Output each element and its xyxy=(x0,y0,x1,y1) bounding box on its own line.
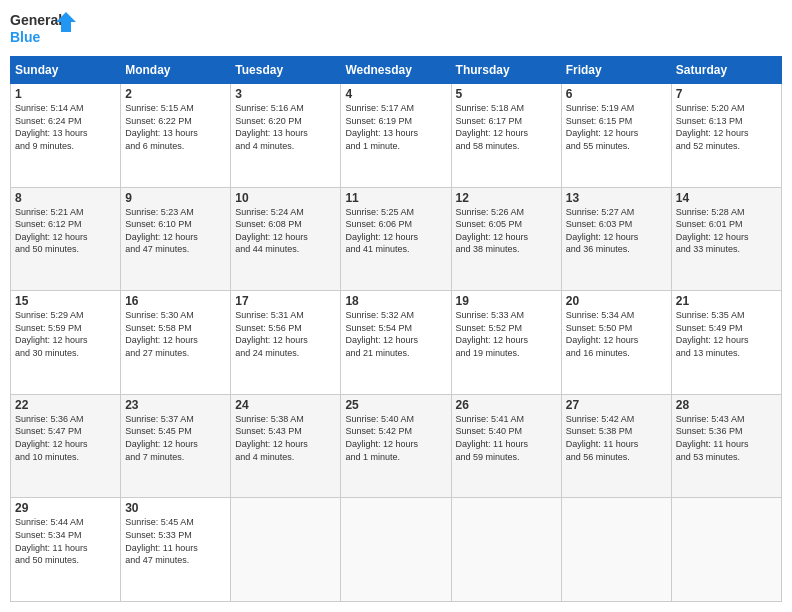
day-info: Sunrise: 5:26 AMSunset: 6:05 PMDaylight:… xyxy=(456,206,557,256)
calendar-header-wednesday: Wednesday xyxy=(341,57,451,84)
day-info: Sunrise: 5:31 AMSunset: 5:56 PMDaylight:… xyxy=(235,309,336,359)
day-info: Sunrise: 5:14 AMSunset: 6:24 PMDaylight:… xyxy=(15,102,116,152)
day-info: Sunrise: 5:18 AMSunset: 6:17 PMDaylight:… xyxy=(456,102,557,152)
day-info: Sunrise: 5:16 AMSunset: 6:20 PMDaylight:… xyxy=(235,102,336,152)
day-info: Sunrise: 5:42 AMSunset: 5:38 PMDaylight:… xyxy=(566,413,667,463)
day-info: Sunrise: 5:40 AMSunset: 5:42 PMDaylight:… xyxy=(345,413,446,463)
calendar-empty xyxy=(231,498,341,602)
day-number: 3 xyxy=(235,87,336,101)
calendar-header-sunday: Sunday xyxy=(11,57,121,84)
day-info: Sunrise: 5:21 AMSunset: 6:12 PMDaylight:… xyxy=(15,206,116,256)
day-info: Sunrise: 5:19 AMSunset: 6:15 PMDaylight:… xyxy=(566,102,667,152)
day-info: Sunrise: 5:15 AMSunset: 6:22 PMDaylight:… xyxy=(125,102,226,152)
day-info: Sunrise: 5:35 AMSunset: 5:49 PMDaylight:… xyxy=(676,309,777,359)
calendar-day-4: 4Sunrise: 5:17 AMSunset: 6:19 PMDaylight… xyxy=(341,84,451,188)
calendar-header-row: SundayMondayTuesdayWednesdayThursdayFrid… xyxy=(11,57,782,84)
calendar-day-19: 19Sunrise: 5:33 AMSunset: 5:52 PMDayligh… xyxy=(451,291,561,395)
day-number: 8 xyxy=(15,191,116,205)
day-number: 23 xyxy=(125,398,226,412)
calendar-day-3: 3Sunrise: 5:16 AMSunset: 6:20 PMDaylight… xyxy=(231,84,341,188)
logo-icon: General Blue xyxy=(10,10,80,48)
day-number: 25 xyxy=(345,398,446,412)
calendar-header-tuesday: Tuesday xyxy=(231,57,341,84)
logo: General Blue xyxy=(10,10,80,48)
day-info: Sunrise: 5:43 AMSunset: 5:36 PMDaylight:… xyxy=(676,413,777,463)
day-info: Sunrise: 5:30 AMSunset: 5:58 PMDaylight:… xyxy=(125,309,226,359)
calendar-day-1: 1Sunrise: 5:14 AMSunset: 6:24 PMDaylight… xyxy=(11,84,121,188)
day-info: Sunrise: 5:44 AMSunset: 5:34 PMDaylight:… xyxy=(15,516,116,566)
calendar-day-17: 17Sunrise: 5:31 AMSunset: 5:56 PMDayligh… xyxy=(231,291,341,395)
calendar-day-22: 22Sunrise: 5:36 AMSunset: 5:47 PMDayligh… xyxy=(11,394,121,498)
calendar-day-16: 16Sunrise: 5:30 AMSunset: 5:58 PMDayligh… xyxy=(121,291,231,395)
calendar-day-25: 25Sunrise: 5:40 AMSunset: 5:42 PMDayligh… xyxy=(341,394,451,498)
calendar-day-11: 11Sunrise: 5:25 AMSunset: 6:06 PMDayligh… xyxy=(341,187,451,291)
calendar-header-friday: Friday xyxy=(561,57,671,84)
day-info: Sunrise: 5:27 AMSunset: 6:03 PMDaylight:… xyxy=(566,206,667,256)
day-number: 4 xyxy=(345,87,446,101)
day-info: Sunrise: 5:28 AMSunset: 6:01 PMDaylight:… xyxy=(676,206,777,256)
day-info: Sunrise: 5:29 AMSunset: 5:59 PMDaylight:… xyxy=(15,309,116,359)
day-info: Sunrise: 5:17 AMSunset: 6:19 PMDaylight:… xyxy=(345,102,446,152)
day-info: Sunrise: 5:25 AMSunset: 6:06 PMDaylight:… xyxy=(345,206,446,256)
svg-text:General: General xyxy=(10,12,62,28)
day-number: 12 xyxy=(456,191,557,205)
day-number: 22 xyxy=(15,398,116,412)
calendar-week-4: 22Sunrise: 5:36 AMSunset: 5:47 PMDayligh… xyxy=(11,394,782,498)
calendar-day-24: 24Sunrise: 5:38 AMSunset: 5:43 PMDayligh… xyxy=(231,394,341,498)
day-info: Sunrise: 5:37 AMSunset: 5:45 PMDaylight:… xyxy=(125,413,226,463)
day-number: 15 xyxy=(15,294,116,308)
day-number: 5 xyxy=(456,87,557,101)
calendar-day-18: 18Sunrise: 5:32 AMSunset: 5:54 PMDayligh… xyxy=(341,291,451,395)
calendar-day-13: 13Sunrise: 5:27 AMSunset: 6:03 PMDayligh… xyxy=(561,187,671,291)
day-number: 6 xyxy=(566,87,667,101)
calendar-day-30: 30Sunrise: 5:45 AMSunset: 5:33 PMDayligh… xyxy=(121,498,231,602)
calendar-day-2: 2Sunrise: 5:15 AMSunset: 6:22 PMDaylight… xyxy=(121,84,231,188)
calendar-empty xyxy=(671,498,781,602)
calendar-week-5: 29Sunrise: 5:44 AMSunset: 5:34 PMDayligh… xyxy=(11,498,782,602)
day-number: 16 xyxy=(125,294,226,308)
day-number: 9 xyxy=(125,191,226,205)
calendar-week-3: 15Sunrise: 5:29 AMSunset: 5:59 PMDayligh… xyxy=(11,291,782,395)
day-number: 19 xyxy=(456,294,557,308)
day-number: 28 xyxy=(676,398,777,412)
day-number: 11 xyxy=(345,191,446,205)
page: General Blue SundayMondayTuesdayWednesda… xyxy=(0,0,792,612)
calendar-header-monday: Monday xyxy=(121,57,231,84)
day-info: Sunrise: 5:41 AMSunset: 5:40 PMDaylight:… xyxy=(456,413,557,463)
calendar-day-7: 7Sunrise: 5:20 AMSunset: 6:13 PMDaylight… xyxy=(671,84,781,188)
calendar-day-28: 28Sunrise: 5:43 AMSunset: 5:36 PMDayligh… xyxy=(671,394,781,498)
day-number: 10 xyxy=(235,191,336,205)
calendar-week-2: 8Sunrise: 5:21 AMSunset: 6:12 PMDaylight… xyxy=(11,187,782,291)
day-info: Sunrise: 5:45 AMSunset: 5:33 PMDaylight:… xyxy=(125,516,226,566)
day-info: Sunrise: 5:38 AMSunset: 5:43 PMDaylight:… xyxy=(235,413,336,463)
calendar-day-21: 21Sunrise: 5:35 AMSunset: 5:49 PMDayligh… xyxy=(671,291,781,395)
header: General Blue xyxy=(10,10,782,48)
day-number: 2 xyxy=(125,87,226,101)
day-number: 29 xyxy=(15,501,116,515)
day-number: 14 xyxy=(676,191,777,205)
day-info: Sunrise: 5:33 AMSunset: 5:52 PMDaylight:… xyxy=(456,309,557,359)
day-info: Sunrise: 5:36 AMSunset: 5:47 PMDaylight:… xyxy=(15,413,116,463)
calendar-day-20: 20Sunrise: 5:34 AMSunset: 5:50 PMDayligh… xyxy=(561,291,671,395)
calendar-day-14: 14Sunrise: 5:28 AMSunset: 6:01 PMDayligh… xyxy=(671,187,781,291)
svg-text:Blue: Blue xyxy=(10,29,41,45)
day-number: 30 xyxy=(125,501,226,515)
day-number: 20 xyxy=(566,294,667,308)
day-number: 26 xyxy=(456,398,557,412)
calendar-day-12: 12Sunrise: 5:26 AMSunset: 6:05 PMDayligh… xyxy=(451,187,561,291)
calendar-day-5: 5Sunrise: 5:18 AMSunset: 6:17 PMDaylight… xyxy=(451,84,561,188)
calendar-day-15: 15Sunrise: 5:29 AMSunset: 5:59 PMDayligh… xyxy=(11,291,121,395)
calendar-week-1: 1Sunrise: 5:14 AMSunset: 6:24 PMDaylight… xyxy=(11,84,782,188)
calendar-empty xyxy=(451,498,561,602)
calendar-day-8: 8Sunrise: 5:21 AMSunset: 6:12 PMDaylight… xyxy=(11,187,121,291)
calendar-empty xyxy=(561,498,671,602)
calendar-day-26: 26Sunrise: 5:41 AMSunset: 5:40 PMDayligh… xyxy=(451,394,561,498)
day-number: 7 xyxy=(676,87,777,101)
day-number: 13 xyxy=(566,191,667,205)
day-number: 18 xyxy=(345,294,446,308)
day-number: 21 xyxy=(676,294,777,308)
calendar-day-23: 23Sunrise: 5:37 AMSunset: 5:45 PMDayligh… xyxy=(121,394,231,498)
day-number: 1 xyxy=(15,87,116,101)
calendar-table: SundayMondayTuesdayWednesdayThursdayFrid… xyxy=(10,56,782,602)
calendar-day-29: 29Sunrise: 5:44 AMSunset: 5:34 PMDayligh… xyxy=(11,498,121,602)
